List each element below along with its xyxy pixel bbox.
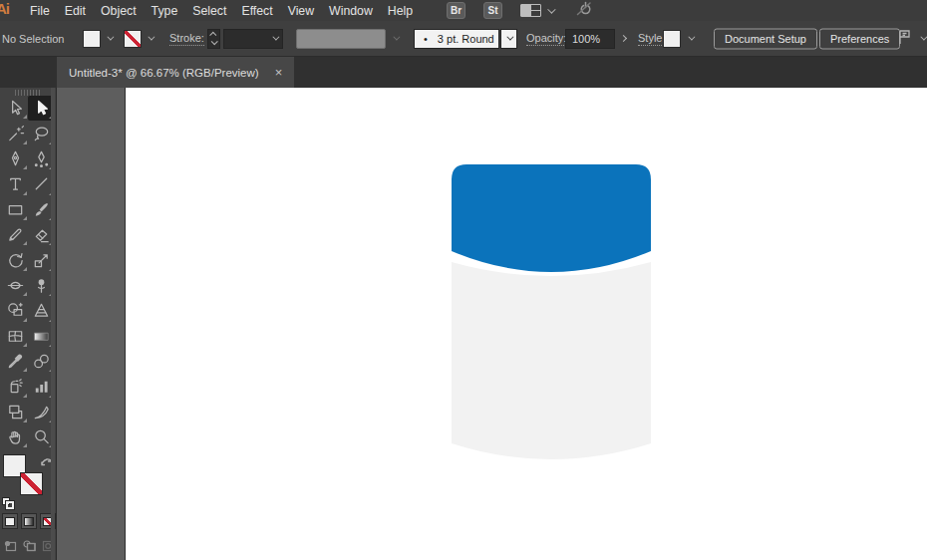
opacity-field[interactable]: 100% — [565, 29, 615, 49]
magic-wand-icon — [6, 125, 25, 143]
workspace — [0, 88, 927, 560]
arrange-documents-icon[interactable] — [520, 4, 541, 17]
scale-tool[interactable] — [28, 247, 54, 272]
stroke-color-swatch[interactable] — [124, 30, 142, 48]
perspective-grid-tool[interactable] — [28, 298, 54, 323]
fill-chevron-down-icon[interactable] — [102, 30, 116, 48]
column-graph-tool[interactable] — [28, 374, 54, 399]
eyedropper-icon — [6, 352, 25, 371]
disabled-chevron-down-icon — [388, 30, 402, 48]
stroke-weight-dropdown[interactable] — [223, 29, 283, 49]
stroke-swatch[interactable] — [20, 472, 43, 495]
document-tab[interactable]: Untitled-3* @ 66.67% (RGB/Preview) × — [57, 57, 294, 88]
stock-button[interactable]: St — [483, 2, 502, 19]
gradient-tool[interactable] — [28, 324, 54, 349]
pen-tool[interactable] — [2, 146, 28, 171]
gradient-button[interactable] — [21, 513, 37, 529]
menu-bar: Ai FileEditObjectTypeSelectEffectViewWin… — [0, 0, 927, 21]
menu-edit[interactable]: Edit — [65, 4, 86, 18]
artboard-canvas[interactable] — [126, 88, 927, 560]
color-type-buttons — [0, 513, 56, 533]
pencil-tool[interactable] — [2, 222, 28, 247]
artwork — [126, 88, 927, 560]
chevron-down-icon[interactable] — [272, 34, 279, 41]
style-swatch[interactable] — [663, 30, 681, 48]
hand-tool[interactable] — [2, 424, 28, 449]
paintbrush-tool[interactable] — [28, 197, 54, 222]
menu-window[interactable]: Window — [329, 4, 373, 18]
style-chevron-down-icon[interactable] — [683, 30, 697, 48]
scale-icon — [32, 251, 51, 270]
pasteboard — [57, 88, 126, 560]
document-tab-bar: Untitled-3* @ 66.67% (RGB/Preview) × — [0, 57, 927, 88]
magic-wand-tool[interactable] — [2, 121, 28, 145]
eraser-tool[interactable] — [28, 222, 54, 247]
curvature-pen-icon — [32, 149, 51, 168]
curvature-tool[interactable] — [28, 146, 54, 171]
default-fill-stroke-icon[interactable] — [2, 497, 15, 509]
menu-object[interactable]: Object — [101, 4, 137, 18]
blend-tool[interactable] — [28, 349, 54, 374]
stroke-chevron-down-icon[interactable] — [143, 30, 156, 48]
menu-effect[interactable]: Effect — [241, 4, 272, 18]
draw-normal-icon[interactable] — [2, 538, 17, 554]
chevron-down-icon[interactable] — [547, 5, 555, 13]
none-button[interactable] — [40, 513, 56, 529]
gradient-icon — [32, 327, 51, 346]
swap-fill-stroke-icon[interactable] — [40, 453, 54, 471]
pushpin-icon — [32, 276, 51, 295]
slice-tool[interactable] — [28, 400, 54, 424]
stepper-up-icon[interactable] — [209, 32, 216, 39]
type-T-icon — [6, 174, 25, 193]
menu-type[interactable]: Type — [152, 4, 178, 18]
shape-builder-tool[interactable] — [2, 298, 28, 323]
stepper-down-icon[interactable] — [211, 38, 218, 45]
draw-behind-icon[interactable] — [21, 538, 36, 554]
menu-help[interactable]: Help — [388, 4, 413, 18]
gpu-performance-icon[interactable] — [575, 0, 594, 22]
style-label[interactable]: Style: — [638, 32, 666, 46]
type-tool[interactable] — [2, 171, 28, 196]
lasso-icon — [32, 125, 51, 143]
direct-selection-tool[interactable] — [28, 96, 54, 121]
stroke-weight-stepper[interactable] — [207, 29, 220, 49]
menu-select[interactable]: Select — [192, 4, 226, 18]
lasso-tool[interactable] — [28, 121, 54, 145]
puppet-warp-tool[interactable] — [28, 273, 54, 298]
rotate-tool[interactable] — [2, 247, 28, 272]
symbol-sprayer-tool[interactable] — [2, 374, 28, 399]
stroke-weight-label[interactable]: Stroke: — [169, 32, 204, 46]
menu-items: FileEditObjectTypeSelectEffectViewWindow… — [30, 0, 413, 21]
menu-file[interactable]: File — [30, 4, 50, 18]
draw-inside-icon[interactable] — [41, 538, 56, 554]
width-icon — [6, 276, 25, 295]
line-segment-tool[interactable] — [28, 171, 54, 196]
workspace-icon[interactable] — [896, 28, 914, 50]
rectangle-tool[interactable] — [2, 197, 28, 222]
mesh-tool[interactable] — [2, 324, 28, 349]
brush-bullet: • — [424, 33, 428, 45]
menu-view[interactable]: View — [288, 4, 314, 18]
document-setup-button[interactable]: Document Setup — [714, 28, 817, 49]
workspace-chevron-down-icon[interactable] — [915, 30, 927, 48]
fill-stroke-controls — [0, 451, 56, 513]
jar-cap-shape[interactable] — [452, 164, 651, 272]
selection-tool[interactable] — [2, 96, 28, 121]
opacity-arrow-right-icon[interactable] — [616, 30, 630, 48]
brush-chevron-down-icon[interactable] — [500, 29, 517, 49]
zoom-tool[interactable] — [28, 424, 54, 449]
variable-width-profile-dropdown — [296, 29, 386, 49]
shape-builder-icon — [6, 301, 25, 320]
artboard-tool[interactable] — [2, 400, 28, 424]
preferences-button[interactable]: Preferences — [819, 28, 900, 49]
tab-close-icon[interactable]: × — [275, 66, 283, 79]
opacity-label[interactable]: Opacity: — [526, 32, 566, 46]
brush-definition-field[interactable]: • 3 pt. Round — [414, 29, 499, 49]
jar-body-shape[interactable] — [452, 262, 651, 459]
eyedropper-tool[interactable] — [2, 349, 28, 374]
width-tool[interactable] — [2, 273, 28, 298]
bridge-button[interactable]: Br — [447, 2, 465, 19]
color-button[interactable] — [2, 513, 18, 529]
spray-can-icon — [6, 377, 25, 396]
fill-color-swatch[interactable] — [83, 30, 101, 48]
